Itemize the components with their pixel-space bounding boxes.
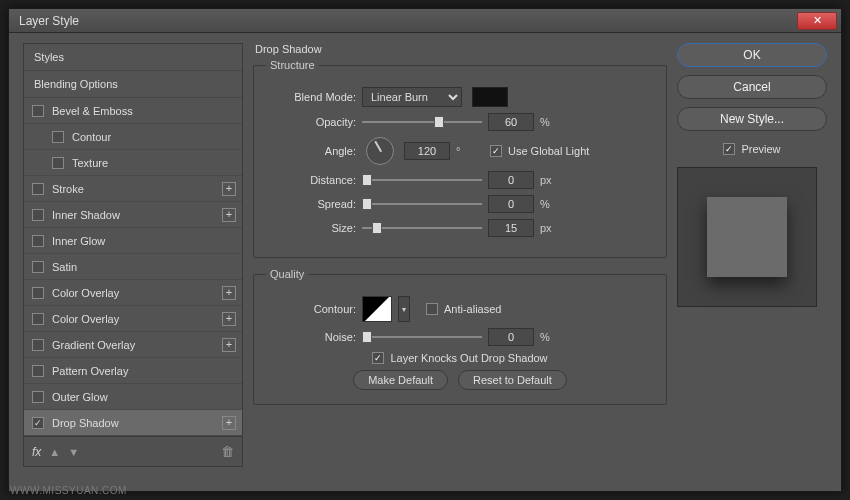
size-unit: px xyxy=(540,222,560,234)
structure-legend: Structure xyxy=(266,59,319,71)
size-input[interactable] xyxy=(488,219,534,237)
close-icon: ✕ xyxy=(813,14,822,27)
sidebar-item-pattern-overlay[interactable]: Pattern Overlay xyxy=(24,358,242,384)
sidebar-item-gradient-overlay[interactable]: Gradient Overlay+ xyxy=(24,332,242,358)
quality-group: Quality Contour: ▾ Anti-aliased Noise: % xyxy=(253,268,667,405)
sidebar-item-drop-shadow[interactable]: ✓Drop Shadow+ xyxy=(24,410,242,436)
main-panel: Drop Shadow Structure Blend Mode: Linear… xyxy=(253,43,667,481)
plus-icon[interactable]: + xyxy=(222,182,236,196)
arrow-down-icon[interactable]: ▼ xyxy=(68,446,79,458)
spread-slider[interactable] xyxy=(362,197,482,211)
noise-label: Noise: xyxy=(266,331,356,343)
sidebar-item-color-overlay[interactable]: Color Overlay+ xyxy=(24,280,242,306)
plus-icon[interactable]: + xyxy=(222,416,236,430)
sidebar-item-color-overlay[interactable]: Color Overlay+ xyxy=(24,306,242,332)
global-light-label: Use Global Light xyxy=(508,145,589,157)
cancel-button[interactable]: Cancel xyxy=(677,75,827,99)
trash-icon[interactable]: 🗑 xyxy=(221,444,234,459)
effect-checkbox[interactable] xyxy=(32,391,44,403)
preview-checkbox[interactable]: ✓ xyxy=(723,143,735,155)
plus-icon[interactable]: + xyxy=(222,338,236,352)
sidebar-item-inner-glow[interactable]: Inner Glow xyxy=(24,228,242,254)
new-style-button[interactable]: New Style... xyxy=(677,107,827,131)
sidebar-item-label: Drop Shadow xyxy=(52,417,119,429)
effect-checkbox[interactable] xyxy=(32,235,44,247)
sidebar-item-label: Stroke xyxy=(52,183,84,195)
knockout-checkbox[interactable]: ✓ xyxy=(372,352,384,364)
sidebar-blending-options[interactable]: Blending Options xyxy=(24,71,242,98)
plus-icon[interactable]: + xyxy=(222,286,236,300)
preview-swatch xyxy=(707,197,787,277)
sidebar-item-label: Outer Glow xyxy=(52,391,108,403)
sidebar-item-label: Color Overlay xyxy=(52,287,119,299)
global-light-checkbox[interactable]: ✓ xyxy=(490,145,502,157)
blend-mode-select[interactable]: Linear Burn xyxy=(362,87,462,107)
sidebar-header-styles[interactable]: Styles xyxy=(24,44,242,71)
effect-checkbox[interactable] xyxy=(32,183,44,195)
noise-input[interactable] xyxy=(488,328,534,346)
preview-box xyxy=(677,167,817,307)
spread-input[interactable] xyxy=(488,195,534,213)
angle-dial[interactable] xyxy=(366,137,394,165)
effect-checkbox[interactable] xyxy=(32,339,44,351)
spread-unit: % xyxy=(540,198,560,210)
close-button[interactable]: ✕ xyxy=(797,12,837,30)
contour-label: Contour: xyxy=(266,303,356,315)
contour-picker[interactable] xyxy=(362,296,392,322)
angle-input[interactable] xyxy=(404,142,450,160)
sidebar-item-label: Pattern Overlay xyxy=(52,365,128,377)
effect-checkbox[interactable] xyxy=(52,131,64,143)
effect-title: Drop Shadow xyxy=(253,43,667,55)
arrow-up-icon[interactable]: ▲ xyxy=(49,446,60,458)
sidebar-item-label: Gradient Overlay xyxy=(52,339,135,351)
plus-icon[interactable]: + xyxy=(222,312,236,326)
preview-label: Preview xyxy=(741,143,780,155)
plus-icon[interactable]: + xyxy=(222,208,236,222)
sidebar-item-label: Texture xyxy=(72,157,108,169)
effect-checkbox[interactable] xyxy=(52,157,64,169)
titlebar: Layer Style ✕ xyxy=(9,9,841,33)
distance-slider[interactable] xyxy=(362,173,482,187)
fx-icon[interactable]: fx xyxy=(32,445,41,459)
noise-slider[interactable] xyxy=(362,330,482,344)
sidebar-item-bevel-emboss[interactable]: Bevel & Emboss xyxy=(24,98,242,124)
distance-label: Distance: xyxy=(266,174,356,186)
ok-button[interactable]: OK xyxy=(677,43,827,67)
effect-checkbox[interactable] xyxy=(32,209,44,221)
sidebar-item-contour[interactable]: Contour xyxy=(24,124,242,150)
effect-checkbox[interactable] xyxy=(32,261,44,273)
blend-mode-label: Blend Mode: xyxy=(266,91,356,103)
sidebar-item-outer-glow[interactable]: Outer Glow xyxy=(24,384,242,410)
reset-default-button[interactable]: Reset to Default xyxy=(458,370,567,390)
angle-unit: ° xyxy=(456,145,476,157)
right-column: OK Cancel New Style... ✓ Preview xyxy=(677,43,827,481)
contour-dropdown-icon[interactable]: ▾ xyxy=(398,296,410,322)
effect-checkbox[interactable]: ✓ xyxy=(32,417,44,429)
size-slider[interactable] xyxy=(362,221,482,235)
sidebar-item-texture[interactable]: Texture xyxy=(24,150,242,176)
structure-group: Structure Blend Mode: Linear Burn Opacit… xyxy=(253,59,667,258)
effect-checkbox[interactable] xyxy=(32,313,44,325)
anti-aliased-checkbox[interactable] xyxy=(426,303,438,315)
sidebar-item-satin[interactable]: Satin xyxy=(24,254,242,280)
anti-aliased-label: Anti-aliased xyxy=(444,303,501,315)
quality-legend: Quality xyxy=(266,268,308,280)
opacity-slider[interactable] xyxy=(362,115,482,129)
make-default-button[interactable]: Make Default xyxy=(353,370,448,390)
sidebar-item-stroke[interactable]: Stroke+ xyxy=(24,176,242,202)
sidebar-footer: fx ▲ ▼ 🗑 xyxy=(23,437,243,467)
distance-input[interactable] xyxy=(488,171,534,189)
watermark: WWW.MISSYUAN.COM xyxy=(10,485,127,496)
sidebar-item-inner-shadow[interactable]: Inner Shadow+ xyxy=(24,202,242,228)
sidebar-item-label: Inner Shadow xyxy=(52,209,120,221)
opacity-unit: % xyxy=(540,116,560,128)
knockout-label: Layer Knocks Out Drop Shadow xyxy=(390,352,547,364)
effect-checkbox[interactable] xyxy=(32,287,44,299)
styles-list: Styles Blending Options Bevel & EmbossCo… xyxy=(23,43,243,437)
distance-unit: px xyxy=(540,174,560,186)
effect-checkbox[interactable] xyxy=(32,365,44,377)
opacity-input[interactable] xyxy=(488,113,534,131)
spread-label: Spread: xyxy=(266,198,356,210)
effect-checkbox[interactable] xyxy=(32,105,44,117)
shadow-color-swatch[interactable] xyxy=(472,87,508,107)
